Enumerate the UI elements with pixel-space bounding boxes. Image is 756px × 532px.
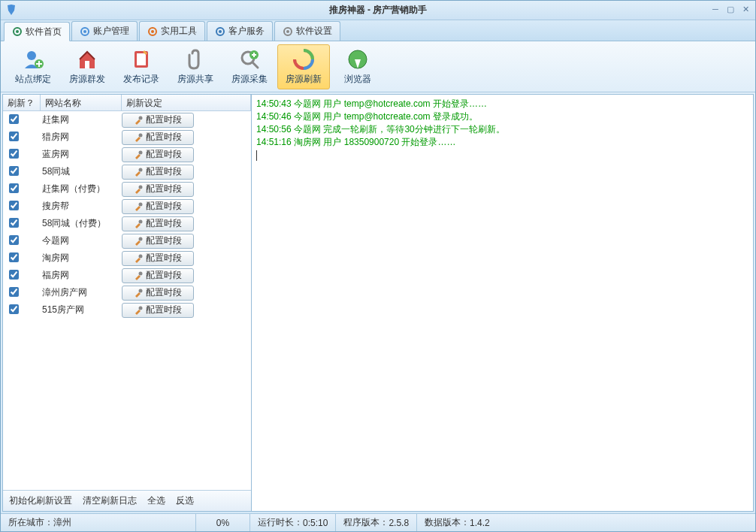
row-checkbox[interactable] [9, 166, 19, 176]
row-checkbox[interactable] [9, 304, 19, 314]
tab-label: 账户管理 [93, 25, 129, 38]
content-area: 刷新？ 网站名称 刷新设定 赶集网配置时段猎房网配置时段蓝房网配置时段58同城配… [1, 92, 755, 513]
table-row: 福房网配置时段 [3, 267, 251, 284]
row-checkbox[interactable] [9, 218, 19, 228]
row-checkbox[interactable] [9, 149, 19, 159]
config-time-button[interactable]: 配置时段 [122, 147, 194, 162]
titlebar: 推房神器 - 房产营销助手 ─ ▢ ✕ [1, 1, 755, 20]
svg-point-30 [139, 306, 143, 310]
tab-label: 软件设置 [296, 25, 332, 38]
config-time-button[interactable]: 配置时段 [122, 216, 194, 231]
tool-refresh[interactable]: 房源刷新 [277, 44, 330, 89]
status-progver-label: 程序版本： [343, 516, 389, 529]
wrench-icon [134, 289, 143, 298]
config-time-button[interactable]: 配置时段 [122, 251, 194, 266]
svg-point-7 [219, 30, 222, 33]
row-checkbox[interactable] [9, 235, 19, 245]
config-button-label: 配置时段 [146, 131, 182, 144]
tool-user-add[interactable]: 站点绑定 [7, 44, 59, 89]
maximize-button[interactable]: ▢ [724, 3, 737, 15]
row-sitename: 赶集网（付费） [41, 183, 122, 195]
config-time-button[interactable]: 配置时段 [122, 199, 194, 214]
grid-header: 刷新？ 网站名称 刷新设定 [3, 95, 251, 111]
wrench-icon [134, 116, 143, 125]
config-time-button[interactable]: 配置时段 [122, 268, 194, 283]
row-sitename: 漳州房产网 [41, 286, 122, 299]
tab-1[interactable]: 账户管理 [71, 21, 138, 41]
row-checkbox[interactable] [9, 252, 19, 262]
tool-label: 房源群发 [69, 73, 105, 86]
row-checkbox[interactable] [9, 287, 19, 297]
grid-header-sitename[interactable]: 网站名称 [41, 95, 122, 110]
svg-point-20 [139, 133, 143, 137]
config-time-button[interactable]: 配置时段 [122, 113, 194, 128]
notebook-icon [129, 47, 153, 71]
tool-label: 房源采集 [231, 73, 268, 86]
config-time-button[interactable]: 配置时段 [122, 303, 194, 318]
tab-label: 客户服务 [228, 25, 265, 38]
log-line: 14:50:43 今题网 用户 temp@hotcreate.com 开始登录…… [256, 98, 748, 110]
tool-browser[interactable]: 浏览器 [331, 44, 384, 89]
tab-icon [147, 26, 158, 37]
tab-2[interactable]: 实用工具 [139, 21, 205, 41]
main-tabs: 软件首页账户管理实用工具客户服务软件设置 [1, 20, 755, 41]
config-time-button[interactable]: 配置时段 [122, 234, 194, 249]
select-all-button[interactable]: 全选 [147, 494, 165, 507]
config-time-button[interactable]: 配置时段 [122, 165, 194, 180]
tab-0[interactable]: 软件首页 [4, 22, 70, 41]
tool-notebook[interactable]: 发布记录 [115, 44, 168, 89]
wrench-icon [134, 133, 143, 142]
status-dataver-value: 1.4.2 [470, 518, 490, 528]
svg-rect-12 [85, 61, 89, 68]
tab-3[interactable]: 客户服务 [207, 21, 273, 41]
clear-log-button[interactable]: 清空刷新日志 [83, 494, 137, 507]
row-checkbox[interactable] [9, 201, 19, 210]
config-button-label: 配置时段 [146, 234, 182, 247]
tool-label: 浏览器 [344, 73, 371, 86]
table-row: 515房产网配置时段 [3, 301, 251, 319]
row-sitename: 58同城 [41, 165, 122, 178]
svg-point-27 [139, 254, 143, 258]
close-button[interactable]: ✕ [739, 3, 752, 15]
svg-point-19 [139, 116, 143, 119]
toolbar: 站点绑定房源群发发布记录房源共享房源采集房源刷新浏览器 [1, 41, 755, 92]
text-cursor [256, 150, 257, 161]
status-city-value: 漳州 [53, 516, 71, 529]
invert-select-button[interactable]: 反选 [176, 494, 194, 507]
config-button-label: 配置时段 [146, 113, 182, 126]
grid-header-refresh[interactable]: 刷新？ [3, 95, 41, 110]
row-checkbox[interactable] [9, 131, 19, 141]
grid-header-setting[interactable]: 刷新设定 [122, 95, 251, 110]
table-row: 58同城配置时段 [3, 163, 251, 180]
tab-label: 软件首页 [26, 26, 62, 38]
config-button-label: 配置时段 [146, 200, 182, 213]
tab-icon [283, 26, 293, 37]
wrench-icon [134, 219, 143, 228]
tool-search-plus[interactable]: 房源采集 [223, 44, 276, 89]
config-time-button[interactable]: 配置时段 [122, 130, 194, 145]
tab-4[interactable]: 软件设置 [274, 21, 340, 41]
svg-point-10 [27, 51, 36, 60]
svg-point-26 [139, 237, 143, 240]
svg-point-22 [139, 168, 143, 171]
config-time-button[interactable]: 配置时段 [122, 286, 194, 301]
table-row: 今题网配置时段 [3, 232, 251, 249]
config-button-label: 配置时段 [146, 286, 182, 299]
status-percent: 0% [196, 514, 250, 531]
row-checkbox[interactable] [9, 270, 19, 280]
status-city-label: 所在城市： [8, 516, 53, 529]
tool-clip[interactable]: 房源共享 [169, 44, 222, 89]
tool-house-send[interactable]: 房源群发 [61, 44, 113, 89]
status-city: 所在城市： 漳州 [1, 514, 196, 531]
config-time-button[interactable]: 配置时段 [122, 182, 194, 197]
init-refresh-button[interactable]: 初始化刷新设置 [9, 494, 72, 507]
minimize-button[interactable]: ─ [709, 3, 722, 15]
svg-point-3 [83, 30, 86, 33]
svg-point-28 [139, 271, 143, 275]
row-checkbox[interactable] [9, 183, 19, 193]
svg-point-9 [286, 30, 289, 33]
row-checkbox[interactable] [9, 114, 19, 124]
svg-rect-14 [137, 53, 146, 65]
user-add-icon [21, 47, 45, 71]
svg-point-29 [139, 289, 143, 292]
